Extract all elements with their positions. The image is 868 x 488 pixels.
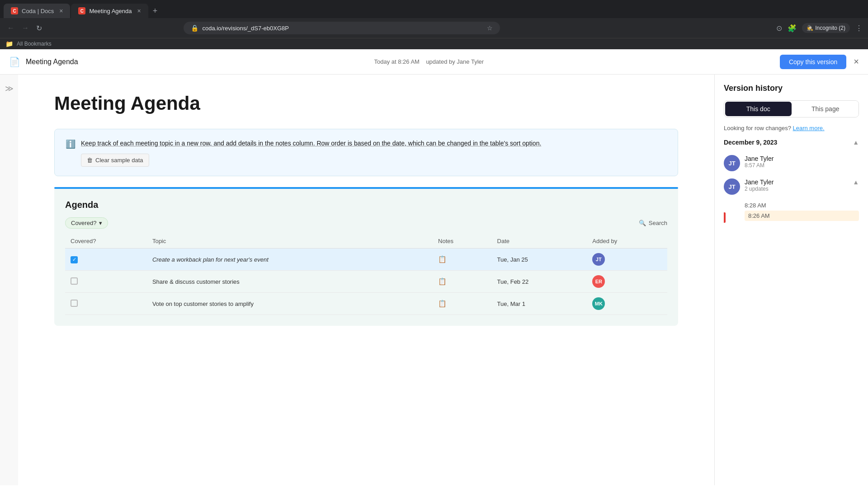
updated-by: updated by Jane Tyler	[426, 58, 484, 65]
copy-version-button[interactable]: Copy this version	[780, 55, 846, 69]
lock-icon: 🔒	[191, 24, 198, 32]
checkbox-unchecked-icon[interactable]	[71, 277, 78, 285]
col-date: Date	[492, 234, 587, 249]
row2-avatar: ER	[587, 271, 667, 293]
doc-title: Meeting Agenda	[26, 58, 78, 66]
row3-covered	[65, 293, 147, 315]
row3-topic: Vote on top customer stories to amplify	[147, 293, 433, 315]
checkbox-unchecked-icon[interactable]	[71, 300, 78, 307]
info-box-inner: ℹ️ Keep track of each meeting topic in a…	[66, 138, 667, 167]
version-time-828[interactable]: 8:28 AM	[745, 200, 859, 211]
version-avatar-1: JT	[724, 155, 740, 171]
menu-icon[interactable]: ⋮	[855, 24, 863, 33]
tab-close-meeting[interactable]: ×	[137, 7, 141, 14]
version-item-2[interactable]: JT Jane Tyler 2 updates ▲	[724, 175, 859, 198]
tab-meeting-agenda[interactable]: C Meeting Agenda ×	[71, 4, 148, 18]
table-body: ✓ Create a workback plan for next year's…	[65, 249, 667, 315]
address-text: coda.io/revisions/_dS7-eb0XG8P	[202, 25, 483, 32]
version-history-panel: Version history This doc This page Looki…	[714, 75, 868, 485]
row1-covered: ✓	[65, 249, 147, 271]
coda-favicon: C	[11, 7, 18, 14]
notes-icon[interactable]: 📋	[438, 255, 447, 263]
reload-button[interactable]: ↻	[34, 22, 44, 34]
row1-notes: 📋	[433, 249, 491, 271]
top-bar: 📄 Meeting Agenda Today at 8:26 AM update…	[0, 49, 868, 75]
version-item-1[interactable]: JT Jane Tyler 8:57 AM	[724, 151, 859, 175]
browser-chrome: C Coda | Docs × C Meeting Agenda × + ← →…	[0, 0, 868, 49]
back-button[interactable]: ←	[5, 22, 16, 34]
table-row: Vote on top customer stories to amplify …	[65, 293, 667, 315]
col-topic: Topic	[147, 234, 433, 249]
filter-chevron-icon: ▾	[99, 220, 102, 226]
date-group-chevron-icon[interactable]: ▲	[853, 139, 859, 146]
table-header: Covered? Topic Notes Date Added by	[65, 234, 667, 249]
row2-date: Tue, Feb 22	[492, 271, 587, 293]
avatar: JT	[592, 253, 605, 266]
filter-label: Covered?	[71, 220, 96, 226]
close-panel-button[interactable]: ×	[854, 56, 859, 67]
tab-bar: C Coda | Docs × C Meeting Agenda × +	[0, 0, 868, 18]
version-avatar-2: JT	[724, 178, 740, 195]
address-bar[interactable]: 🔒 coda.io/revisions/_dS7-eb0XG8P ☆	[184, 22, 500, 34]
version-times-2: 8:28 AM 8:26 AM	[724, 200, 859, 221]
col-covered: Covered?	[65, 234, 147, 249]
tab-coda-label: Coda | Docs	[22, 8, 54, 14]
main-layout: ≫ Meeting Agenda ℹ️ Keep track of each m…	[0, 75, 868, 485]
top-bar-status: Today at 8:26 AM updated by Jane Tyler	[78, 58, 780, 65]
this-page-tab[interactable]: This page	[793, 101, 859, 117]
sidebar-toggle-button[interactable]: ≫	[5, 84, 14, 94]
clear-btn-label: Clear sample data	[95, 157, 143, 164]
info-text: Keep track of each meeting topic in a ne…	[81, 138, 541, 148]
doc-heading: Meeting Agenda	[54, 93, 678, 114]
incognito-button[interactable]: 🕵 Incognito (2)	[802, 23, 850, 33]
doc-area: Meeting Agenda ℹ️ Keep track of each mee…	[18, 75, 714, 485]
search-icon: 🔍	[639, 220, 646, 226]
info-content: Keep track of each meeting topic in a ne…	[81, 138, 541, 167]
row2-covered	[65, 271, 147, 293]
row3-avatar: MK	[587, 293, 667, 315]
tab-coda-docs[interactable]: C Coda | Docs ×	[4, 4, 70, 18]
star-icon[interactable]: ☆	[487, 24, 493, 32]
row-changes-prefix: Looking for row changes?	[724, 125, 791, 131]
table-row: Share & discuss customer stories 📋 Tue, …	[65, 271, 667, 293]
bookmarks-folder-icon: 📁	[5, 40, 13, 47]
nav-bar: ← → ↻ 🔒 coda.io/revisions/_dS7-eb0XG8P ☆…	[0, 18, 868, 38]
clear-sample-data-button[interactable]: 🗑 Clear sample data	[81, 154, 149, 167]
version-name-1: Jane Tyler	[745, 155, 859, 162]
learn-more-link[interactable]: Learn more.	[793, 125, 825, 131]
version-name-2: Jane Tyler	[745, 178, 848, 186]
incognito-icon: 🕵	[807, 25, 813, 31]
extensions-icon[interactable]: 🧩	[788, 24, 797, 33]
search-button[interactable]: 🔍 Search	[639, 220, 667, 226]
row-changes-text: Looking for row changes? Learn more.	[724, 125, 859, 131]
tab-close-coda[interactable]: ×	[59, 7, 63, 14]
new-tab-button[interactable]: +	[149, 5, 161, 18]
version-expand-icon[interactable]: ▲	[853, 178, 859, 186]
version-info-1: Jane Tyler 8:57 AM	[745, 155, 859, 169]
info-icon: ℹ️	[66, 139, 75, 149]
col-notes: Notes	[433, 234, 491, 249]
checkbox-checked-icon[interactable]: ✓	[71, 256, 78, 263]
version-time-1: 8:57 AM	[745, 162, 859, 169]
version-time-826[interactable]: 8:26 AM	[745, 211, 859, 221]
version-info-2: Jane Tyler 2 updates	[745, 178, 848, 192]
covered-filter-button[interactable]: Covered? ▾	[65, 217, 108, 229]
incognito-label: Incognito (2)	[815, 25, 845, 31]
notes-icon[interactable]: 📋	[438, 300, 447, 307]
row2-topic: Share & discuss customer stories	[147, 271, 433, 293]
agenda-title: Agenda	[65, 200, 667, 210]
row1-avatar: JT	[587, 249, 667, 271]
bookmarks-bar: 📁 All Bookmarks	[0, 38, 868, 49]
profile-icon[interactable]: ⊙	[776, 24, 782, 33]
app-content: 📄 Meeting Agenda Today at 8:26 AM update…	[0, 49, 868, 485]
row2-notes: 📋	[433, 271, 491, 293]
col-added-by: Added by	[587, 234, 667, 249]
avatar: MK	[592, 297, 605, 310]
row1-topic: Create a workback plan for next year's e…	[147, 249, 433, 271]
avatar: ER	[592, 275, 605, 288]
notes-icon[interactable]: 📋	[438, 277, 447, 285]
this-doc-tab[interactable]: This doc	[725, 102, 792, 116]
forward-button[interactable]: →	[20, 22, 31, 34]
doc-page-toggle: This doc This page	[724, 100, 859, 117]
date-group-label: December 9, 2023	[724, 139, 777, 146]
